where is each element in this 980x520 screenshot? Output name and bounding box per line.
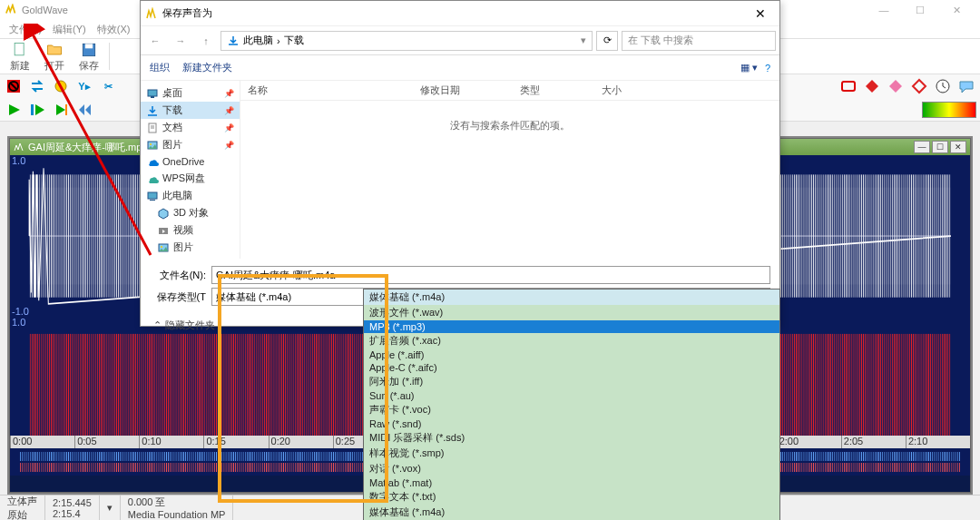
search-input[interactable]: 在 下载 中搜索: [622, 31, 776, 51]
svg-rect-9: [31, 104, 34, 115]
maximize-button[interactable]: ☐: [902, 0, 938, 20]
filetype-option[interactable]: 媒体基础 (*.m4a): [364, 505, 779, 520]
filetype-option[interactable]: 声霸卡 (*.voc): [364, 402, 779, 417]
tree-item-OneDrive[interactable]: OneDrive: [141, 153, 240, 170]
swap-icon[interactable]: [27, 76, 47, 96]
dialog-body: 桌面📌下载📌文档📌图片📌OneDriveWPS网盘此电脑3D 对象视频图片 名称…: [141, 81, 779, 259]
col-size[interactable]: 大小: [594, 81, 667, 100]
filetype-option[interactable]: Raw (*.snd): [364, 417, 779, 430]
svg-point-30: [150, 143, 152, 145]
diamond-red-icon[interactable]: [862, 76, 882, 96]
empty-message: 没有与搜索条件匹配的项。: [240, 101, 779, 132]
menu-file[interactable]: 文件(Z): [4, 23, 47, 36]
volume-gradient[interactable]: [922, 102, 976, 118]
file-list[interactable]: 名称 修改日期 类型 大小 没有与搜索条件匹配的项。: [240, 81, 779, 259]
chat-icon[interactable]: [838, 76, 858, 96]
tree-item-图片[interactable]: 图片📌: [141, 136, 240, 153]
help-button[interactable]: ?: [765, 63, 770, 74]
filename-input[interactable]: [211, 266, 770, 284]
filetype-option[interactable]: 阿米加 (*.iff): [364, 374, 779, 389]
nav-up-button[interactable]: ↑: [195, 30, 217, 52]
filetype-option[interactable]: MP3 (*.mp3): [364, 320, 779, 333]
new-button[interactable]: 新建: [4, 40, 36, 73]
new-folder-button[interactable]: 新建文件夹: [182, 61, 232, 74]
save-button[interactable]: 保存: [73, 40, 105, 73]
refresh-button[interactable]: ⟳: [596, 31, 618, 51]
close-button[interactable]: ✕: [938, 0, 975, 20]
save-dialog: 保存声音为 ✕ ← → ↑ 此电脑 › 下载 ▾ ⟳ 在 下载 中搜索 组织 新…: [140, 0, 780, 327]
dialog-nav: ← → ↑ 此电脑 › 下载 ▾ ⟳ 在 下载 中搜索: [141, 26, 779, 55]
filetype-option[interactable]: 扩展音频 (*.xac): [364, 333, 779, 348]
tree-item-此电脑[interactable]: 此电脑: [141, 187, 240, 204]
clock-icon[interactable]: [933, 76, 953, 96]
svg-rect-32: [150, 200, 155, 201]
cut-icon[interactable]: ✂: [98, 76, 118, 96]
filetype-option[interactable]: 对话 (*.vox): [364, 461, 779, 476]
svg-point-35: [161, 246, 162, 248]
marker-icon[interactable]: [51, 76, 71, 96]
organize-button[interactable]: 组织: [150, 61, 170, 74]
filename-label: 文件名(N):: [150, 269, 206, 282]
tree-item-3D 对象[interactable]: 3D 对象: [141, 204, 240, 221]
svg-rect-31: [148, 192, 157, 199]
filetype-label: 保存类型(T: [150, 290, 206, 304]
path-bar[interactable]: 此电脑 › 下载 ▾: [220, 31, 593, 51]
col-type[interactable]: 类型: [513, 81, 594, 100]
filetype-option[interactable]: 样本视觉 (*.smp): [364, 446, 779, 461]
tree-item-WPS网盘[interactable]: WPS网盘: [141, 170, 240, 187]
filetype-option[interactable]: Matlab (*.mat): [364, 476, 779, 489]
filetype-option[interactable]: 波形文件 (*.wav): [364, 305, 779, 320]
filetype-option[interactable]: MIDI 乐器采样 (*.sds): [364, 430, 779, 446]
audio-file-icon: [14, 142, 24, 152]
tree-item-下载[interactable]: 下载📌: [141, 102, 240, 119]
status-channels: 立体声: [7, 495, 37, 508]
status-codec: Media Foundation MP: [128, 509, 226, 520]
app-title: GoldWave: [22, 5, 68, 15]
status-length2: 2:15.4: [53, 508, 92, 519]
audio-filename: GAI周延&大痒痒-哪吒.mp4: [28, 141, 147, 154]
diamond-outline-icon[interactable]: [909, 76, 929, 96]
minimize-button[interactable]: —: [866, 0, 902, 20]
folder-tree[interactable]: 桌面📌下载📌文档📌图片📌OneDriveWPS网盘此电脑3D 对象视频图片: [141, 81, 240, 259]
svg-rect-2: [85, 44, 93, 48]
diamond-pink-icon[interactable]: [886, 76, 906, 96]
speech-icon[interactable]: [956, 76, 976, 96]
nav-forward-button[interactable]: →: [170, 30, 191, 52]
audio-minimize-button[interactable]: —: [914, 141, 930, 153]
filetype-option[interactable]: 媒体基础 (*.m4a): [364, 289, 779, 305]
col-date[interactable]: 修改日期: [413, 81, 513, 100]
filetype-option[interactable]: 数字文本 (*.txt): [364, 489, 779, 505]
filetype-option[interactable]: Sun (*.au): [364, 389, 779, 402]
svg-rect-10: [65, 104, 67, 115]
tree-item-桌面[interactable]: 桌面📌: [141, 84, 240, 102]
filetype-option[interactable]: Apple (*.aiff): [364, 348, 779, 361]
filetype-dropdown[interactable]: 媒体基础 (*.m4a)波形文件 (*.wav)MP3 (*.mp3)扩展音频 …: [363, 289, 780, 520]
app-logo-icon: [5, 4, 18, 16]
play-loop-icon[interactable]: [51, 100, 71, 120]
tree-item-视频[interactable]: 视频: [141, 221, 240, 239]
y-axis-icon[interactable]: Y▸: [74, 76, 94, 96]
tree-item-文档[interactable]: 文档📌: [141, 119, 240, 136]
svg-rect-0: [15, 43, 24, 54]
audio-close-button[interactable]: ✕: [950, 141, 966, 153]
filetype-option[interactable]: Apple-C (*.aifc): [364, 361, 779, 374]
rewind-icon[interactable]: [74, 100, 94, 120]
dialog-close-button[interactable]: ✕: [747, 6, 774, 21]
stop-icon[interactable]: [4, 76, 24, 96]
dialog-titlebar: 保存声音为 ✕: [141, 1, 779, 26]
download-path-icon: [227, 34, 240, 47]
menu-effects[interactable]: 特效(X): [92, 23, 136, 36]
open-button[interactable]: 打开: [38, 40, 71, 73]
view-button[interactable]: ▦ ▾: [740, 62, 758, 74]
play-icon[interactable]: [4, 100, 24, 120]
menu-edit[interactable]: 编辑(Y): [47, 23, 92, 36]
col-name[interactable]: 名称: [240, 81, 413, 100]
svg-rect-24: [148, 90, 157, 96]
audio-maximize-button[interactable]: ☐: [932, 141, 948, 153]
svg-point-6: [55, 81, 66, 92]
list-header: 名称 修改日期 类型 大小: [240, 81, 779, 101]
nav-back-button[interactable]: ←: [144, 30, 166, 52]
tree-item-图片[interactable]: 图片: [141, 239, 240, 256]
svg-rect-25: [151, 96, 154, 98]
play-selection-icon[interactable]: [27, 100, 47, 120]
